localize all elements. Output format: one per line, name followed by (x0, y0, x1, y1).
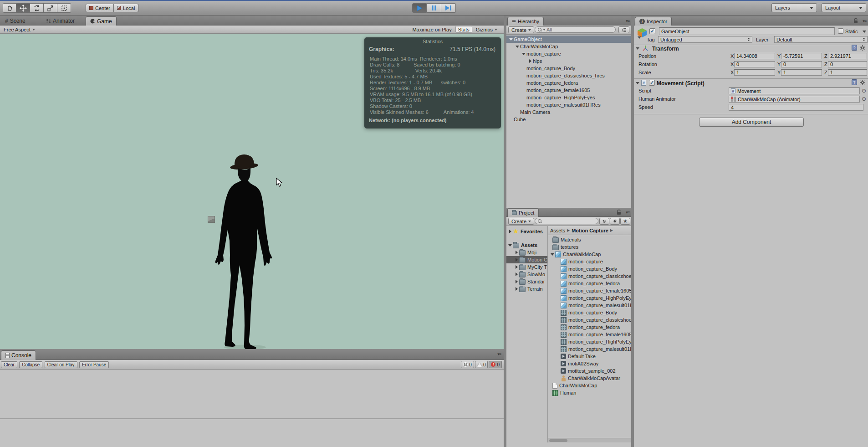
info-count-toggle[interactable]: !0 (461, 361, 474, 368)
foldout-closed-icon[interactable] (507, 229, 513, 234)
tab-console[interactable]: Console (1, 350, 36, 360)
hierarchy-item[interactable]: motion_capture_malesuit01HRes (506, 101, 631, 108)
hierarchy-item[interactable]: motion_capture_classicshoes_hres (506, 72, 631, 79)
active-checkbox[interactable]: ✓ (649, 28, 655, 34)
gameobject-name-field[interactable]: GameObject (659, 27, 835, 35)
project-file[interactable]: motion_capture_malesuit01HRes (548, 345, 631, 353)
project-file[interactable]: Materials (548, 236, 631, 243)
hierarchy-item[interactable]: motion_capture_fedora (506, 79, 631, 87)
hierarchy-item[interactable]: motion_capture_Body (506, 65, 631, 72)
lock-icon[interactable] (617, 210, 621, 215)
clear-button[interactable]: Clear (1, 361, 17, 368)
pivot-center-button[interactable]: Center (86, 4, 114, 12)
project-zoom-slider[interactable] (548, 438, 631, 442)
prefab-dropdown-icon[interactable] (638, 36, 641, 39)
project-folder-item[interactable]: ★Favorites (506, 228, 547, 235)
foldout-open-icon[interactable] (521, 51, 526, 57)
game-viewport[interactable]: Statistics Graphics: 71.5 FPS (14.0ms) M… (0, 34, 504, 349)
foldout-closed-icon[interactable] (514, 279, 519, 284)
project-file[interactable]: motion_capture_fedora (548, 280, 631, 287)
hierarchy-item[interactable]: CharWalkMoCap (506, 43, 631, 50)
tab-project[interactable]: Project (507, 208, 539, 217)
scale-tool-button[interactable] (44, 3, 57, 13)
error-count-toggle[interactable]: !0 (489, 361, 502, 368)
rect-tool-button[interactable] (57, 3, 71, 13)
project-folder-item[interactable]: MyCity T (506, 263, 547, 271)
filter-by-label-button[interactable] (610, 218, 620, 225)
hierarchy-item[interactable]: Cube (506, 116, 631, 123)
foldout-open-icon[interactable] (508, 36, 514, 42)
project-file[interactable]: motitest_sample_002 (548, 367, 631, 375)
position-x-field[interactable]: 14.34008 (734, 53, 775, 59)
panel-menu-icon[interactable]: ▾≡ (497, 352, 501, 356)
rotation-x-field[interactable]: 0 (734, 61, 775, 67)
add-component-button[interactable]: Add Component (699, 118, 804, 127)
favorite-star-button[interactable]: ★ (620, 218, 630, 225)
hierarchy-item[interactable]: motion_capture_HighPolyEyes (506, 94, 631, 101)
create-button[interactable]: Create (508, 26, 534, 33)
project-file[interactable]: motion_capture_fedora (548, 324, 631, 331)
scale-z-field[interactable]: 1 (828, 69, 867, 76)
tab-scene[interactable]: #Scene (1, 16, 30, 26)
hierarchy-item[interactable]: motion_capture_female1605 (506, 87, 631, 94)
panel-menu-icon[interactable]: ▾≡ (863, 19, 866, 23)
breadcrumb-root[interactable]: Assets (550, 228, 565, 233)
position-y-field[interactable]: -5.72591 (781, 53, 822, 59)
tag-dropdown[interactable]: Untagged (658, 36, 752, 43)
layout-dropdown[interactable]: Layout (822, 3, 866, 12)
console-log-area[interactable] (0, 370, 504, 419)
project-file[interactable]: Default Take (548, 353, 631, 360)
lock-icon[interactable] (853, 18, 858, 24)
project-folder-item[interactable]: Moji (506, 249, 547, 256)
scale-x-field[interactable]: 1 (734, 69, 775, 76)
project-file[interactable]: motion_capture_HighPolyEyes (548, 294, 631, 302)
search-input[interactable]: All (535, 26, 616, 33)
maximize-on-play-toggle[interactable]: Maximize on Play (409, 26, 454, 33)
tab-hierarchy[interactable]: ☰Hierarchy (507, 17, 544, 26)
project-file[interactable]: motion_capture_classicshoes_hres (548, 272, 631, 280)
collapse-button[interactable]: Collapse (19, 361, 42, 368)
foldout-closed-icon[interactable] (527, 58, 533, 64)
static-dropdown-icon[interactable] (863, 31, 866, 33)
help-icon[interactable]: ? (852, 79, 857, 85)
project-folder-item[interactable]: Terrain (506, 285, 547, 293)
project-file[interactable]: textures (548, 243, 631, 251)
hand-tool-button[interactable] (3, 3, 16, 13)
project-file[interactable]: motion_capture (548, 258, 631, 265)
hierarchy-item[interactable]: Main Camera (506, 108, 631, 116)
project-file[interactable]: motiA02Sway (548, 360, 631, 367)
project-folder-item-selected[interactable]: Motion C (506, 256, 547, 263)
hierarchy-item[interactable]: motion_capture (506, 50, 631, 57)
object-picker-icon[interactable]: ⊙ (862, 87, 866, 94)
slider-thumb[interactable] (549, 439, 567, 442)
console-detail-area[interactable] (0, 419, 504, 447)
move-tool-button[interactable] (16, 3, 30, 13)
foldout-closed-icon[interactable] (514, 257, 519, 262)
play-button[interactable] (412, 3, 427, 13)
rotation-z-field[interactable]: 0 (828, 61, 867, 67)
object-picker-icon[interactable]: ⊙ (862, 96, 866, 102)
step-button[interactable] (441, 3, 456, 13)
project-file[interactable]: CharWalkMoCapAvatar (548, 375, 631, 382)
layer-dropdown[interactable]: Default (774, 36, 868, 43)
error-pause-button[interactable]: Error Pause (79, 361, 109, 368)
search-input[interactable] (535, 218, 598, 224)
tab-animator[interactable]: Animator (42, 16, 79, 26)
foldout-closed-icon[interactable] (514, 286, 519, 292)
rotation-y-field[interactable]: 0 (781, 61, 822, 67)
filter-by-type-button[interactable] (599, 218, 609, 225)
static-checkbox[interactable] (838, 28, 843, 34)
human-animator-field[interactable]: CharWalkMoCap (Animator) (729, 96, 860, 103)
tab-game[interactable]: Game (86, 16, 117, 26)
hierarchy-item[interactable]: GameObject (506, 36, 631, 43)
clear-on-play-button[interactable]: Clear on Play (45, 361, 77, 368)
foldout-open-icon[interactable] (550, 252, 555, 257)
project-file[interactable]: motion_capture_Body (548, 265, 631, 272)
hierarchy-item[interactable]: hips (506, 57, 631, 65)
rotate-tool-button[interactable] (30, 3, 44, 13)
gear-icon[interactable] (860, 80, 865, 85)
tab-inspector[interactable]: iInspector (635, 17, 672, 26)
panel-menu-icon[interactable]: ▾≡ (626, 210, 629, 215)
gizmos-dropdown[interactable]: Gizmos (473, 26, 500, 33)
warning-count-toggle[interactable]: 0 (475, 361, 488, 368)
